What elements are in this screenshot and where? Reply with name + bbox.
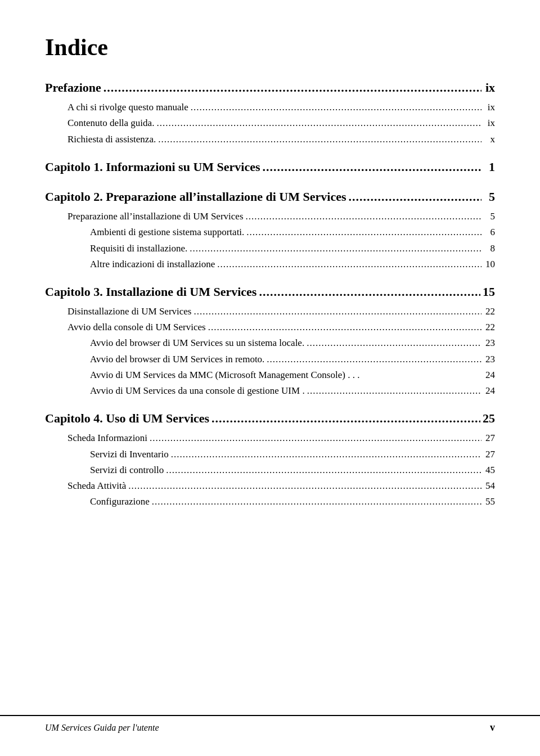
toc-page-number: 6 xyxy=(484,224,495,240)
toc-page-number: 5 xyxy=(484,209,495,224)
toc-dots: ........................................… xyxy=(307,335,482,350)
toc-entry-label: Ambienti di gestione sistema supportati. xyxy=(90,224,244,240)
toc-page-number: 8 xyxy=(484,241,495,256)
toc-page-number: 10 xyxy=(484,256,495,272)
toc-label: Altre indicazioni di installazione .....… xyxy=(90,256,484,272)
toc-container: Prefazione .............................… xyxy=(45,78,495,509)
toc-label: Servizi di controllo ...................… xyxy=(90,462,484,478)
toc-dots: ........................................… xyxy=(166,462,482,478)
toc-dots: ........................................… xyxy=(191,100,482,115)
page-footer: UM Services Guida per l'utente v xyxy=(0,715,540,734)
toc-dots: ........................................… xyxy=(246,209,482,224)
toc-entry-label: Avvio del browser di UM Services su un s… xyxy=(90,335,304,350)
toc-dots: ........................................… xyxy=(150,430,482,446)
toc-page-number: 54 xyxy=(484,478,495,493)
toc-entry-label: Capitolo 1. Informazioni su UM Services xyxy=(45,157,260,177)
toc-entry: Avvio di UM Services da una console di g… xyxy=(45,383,495,398)
toc-entry: Richiesta di assistenza. ...............… xyxy=(45,132,495,147)
toc-page-number: 22 xyxy=(484,304,495,319)
toc-label: A chi si rivolge questo manuale ........… xyxy=(68,100,484,115)
toc-label: Capitolo 3. Installazione di UM Services… xyxy=(45,282,483,302)
toc-entry: Capitolo 1. Informazioni su UM Services … xyxy=(45,157,495,177)
toc-entry-label: Avvio di UM Services da MMC (Microsoft M… xyxy=(90,367,359,382)
toc-page-number: ix xyxy=(484,100,495,115)
toc-entry: Configurazione .........................… xyxy=(45,494,495,509)
toc-page-number: ix xyxy=(484,78,495,97)
toc-entry: Contenuto della guida. .................… xyxy=(45,115,495,130)
toc-entry: Scheda Informazioni ....................… xyxy=(45,430,495,446)
toc-page-number: 5 xyxy=(484,187,495,206)
toc-entry-label: Scheda Attività xyxy=(68,478,126,493)
toc-page-number: 24 xyxy=(484,383,495,398)
toc-label: Avvio di UM Services da MMC (Microsoft M… xyxy=(90,367,484,382)
toc-entry-label: Servizi di controllo xyxy=(90,462,164,478)
toc-page-number: 23 xyxy=(484,352,495,367)
toc-dots: ........................................… xyxy=(307,383,482,398)
toc-entry: Servizi di Inventario ..................… xyxy=(45,447,495,462)
toc-dots: ........................................… xyxy=(267,352,482,367)
toc-page-number: 45 xyxy=(484,462,495,478)
toc-dots: ........................................… xyxy=(263,157,482,177)
toc-page-number: 27 xyxy=(484,447,495,462)
toc-entry-label: Contenuto della guida. xyxy=(68,115,154,130)
toc-entry: Altre indicazioni di installazione .....… xyxy=(45,256,495,272)
page: Indice Prefazione ......................… xyxy=(0,0,540,756)
toc-entry: Capitolo 4. Uso di UM Services .........… xyxy=(45,408,495,428)
toc-entry: Scheda Attività ........................… xyxy=(45,478,495,493)
toc-dots: ........................................… xyxy=(348,187,482,206)
page-title: Indice xyxy=(45,34,495,61)
toc-label: Avvio del browser di UM Services su un s… xyxy=(90,335,484,350)
toc-entry-label: Avvio del browser di UM Services in remo… xyxy=(90,352,264,367)
toc-dots: ........................................… xyxy=(246,224,482,240)
toc-label: Configurazione .........................… xyxy=(90,494,484,509)
toc-dots: ........................................… xyxy=(158,132,482,147)
toc-entry: Preparazione all’installazione di UM Ser… xyxy=(45,209,495,224)
toc-label: Scheda Informazioni ....................… xyxy=(68,430,484,446)
toc-entry-label: Prefazione xyxy=(45,78,101,97)
toc-label: Capitolo 4. Uso di UM Services .........… xyxy=(45,408,483,428)
toc-label: Requisiti di installazione. ............… xyxy=(90,241,484,256)
toc-dots: ........................................… xyxy=(208,320,482,335)
toc-dots: ........................................… xyxy=(190,241,482,256)
toc-dots: ........................................… xyxy=(217,256,482,272)
toc-entry-label: Capitolo 2. Preparazione all’installazio… xyxy=(45,187,346,206)
toc-label: Capitolo 2. Preparazione all’installazio… xyxy=(45,187,484,206)
toc-page-number: 23 xyxy=(484,335,495,350)
footer-text: UM Services Guida per l'utente xyxy=(45,723,159,733)
toc-entry-label: Requisiti di installazione. xyxy=(90,241,187,256)
toc-entry-label: Servizi di Inventario xyxy=(90,447,169,462)
toc-entry-label: Capitolo 3. Installazione di UM Services xyxy=(45,282,256,302)
toc-label: Servizi di Inventario ..................… xyxy=(90,447,484,462)
toc-label: Richiesta di assistenza. ...............… xyxy=(68,132,484,147)
toc-label: Capitolo 1. Informazioni su UM Services … xyxy=(45,157,484,177)
toc-entry-label: Richiesta di assistenza. xyxy=(68,132,156,147)
toc-entry-label: Capitolo 4. Uso di UM Services xyxy=(45,408,209,428)
toc-entry: Requisiti di installazione. ............… xyxy=(45,241,495,256)
toc-page-number: x xyxy=(484,132,495,147)
toc-page-number: 1 xyxy=(484,157,495,177)
toc-dots: ........................................… xyxy=(194,304,482,319)
toc-entry-label: Configurazione xyxy=(90,494,150,509)
toc-page-number: 24 xyxy=(484,367,495,382)
toc-dots: ........................................… xyxy=(171,447,482,462)
toc-entry: Avvio di UM Services da MMC (Microsoft M… xyxy=(45,367,495,382)
toc-label: Prefazione .............................… xyxy=(45,78,484,97)
toc-dots: ........................................… xyxy=(212,408,480,428)
toc-page-number: 22 xyxy=(484,320,495,335)
toc-entry: Avvio della console di UM Services .....… xyxy=(45,320,495,335)
toc-label: Avvio del browser di UM Services in remo… xyxy=(90,352,484,367)
toc-entry-label: A chi si rivolge questo manuale xyxy=(68,100,188,115)
toc-label: Contenuto della guida. .................… xyxy=(68,115,484,130)
toc-entry: Prefazione .............................… xyxy=(45,78,495,97)
toc-dots: ........................................… xyxy=(152,494,482,509)
toc-dots: ........................................… xyxy=(104,78,482,97)
toc-entry-label: Disinstallazione di UM Services xyxy=(68,304,192,319)
toc-dots: ........................................… xyxy=(156,115,482,130)
toc-entry-label: Preparazione all’installazione di UM Ser… xyxy=(68,209,244,224)
toc-label: Disinstallazione di UM Services ........… xyxy=(68,304,484,319)
toc-entry: Capitolo 2. Preparazione all’installazio… xyxy=(45,187,495,206)
toc-entry: Servizi di controllo ...................… xyxy=(45,462,495,478)
toc-dots: ........................................… xyxy=(128,478,482,493)
toc-page-number: ix xyxy=(484,115,495,130)
toc-entry-label: Avvio della console di UM Services xyxy=(68,320,206,335)
